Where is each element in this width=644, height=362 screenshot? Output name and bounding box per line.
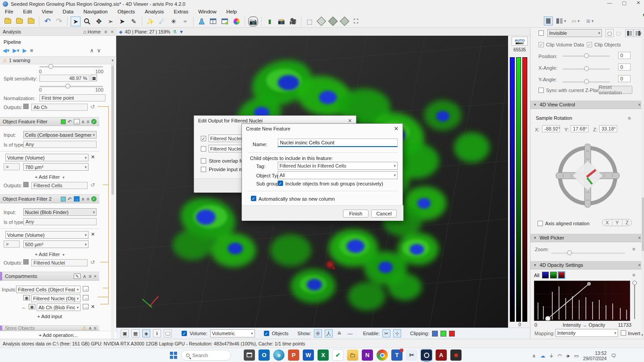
opacity-vslider-knob[interactable] [632, 281, 637, 285]
add-input-button[interactable]: + Add input [0, 314, 99, 319]
normalization-field[interactable]: First time point [39, 94, 106, 101]
filter1-output-field[interactable]: Filtered Cells [31, 182, 88, 189]
mapping-combo[interactable]: Intensity▾ [555, 329, 618, 337]
compartments-input1-combo[interactable]: Filtered Cells (Object Feature Fil...▾ [16, 286, 80, 293]
menu-objects[interactable]: Objects [113, 9, 140, 14]
taskbar-search[interactable] [181, 350, 231, 361]
clipping-blue-swatch[interactable] [432, 331, 438, 337]
compartments-input3-export-icon[interactable]: → [83, 304, 89, 309]
filter2-export-icon[interactable]: → [74, 196, 80, 202]
red-channel-bar[interactable] [522, 57, 527, 322]
chrome-icon[interactable] [377, 349, 388, 361]
close-document-button[interactable]: ✕ [26, 17, 36, 26]
layout-split-button[interactable]: ▾ [555, 17, 567, 25]
select-tool-button[interactable]: ➤ [117, 17, 127, 26]
clip-box-button[interactable]: ▢ [606, 29, 614, 37]
opacity-vertical-slider[interactable] [632, 281, 637, 321]
table-add-button[interactable] [208, 17, 218, 26]
file-explorer-icon[interactable]: 🗀 [347, 349, 358, 361]
menu-help[interactable]: Help [221, 9, 242, 14]
well-picker-menu-icon[interactable]: ≡ [632, 246, 635, 252]
filter2-collapse-icon[interactable]: ∧ [81, 196, 85, 202]
filter1-header[interactable]: Object Feature Filter ↶ → ∧ ≡ ✓ [0, 117, 99, 126]
presentation-button[interactable]: 🖵 [164, 329, 172, 337]
panel-scrollbar[interactable] [111, 64, 114, 339]
menu-window[interactable]: Window [193, 9, 221, 14]
add-operation-button[interactable]: + Add operation... [0, 331, 116, 339]
panel-close-icon[interactable]: × [111, 29, 114, 34]
menu-data[interactable]: Data [58, 9, 78, 14]
filter2-output-field[interactable]: Filtered Nuclei [31, 259, 88, 266]
reset-orientation-button[interactable]: Reset orientation [598, 86, 632, 94]
show-scalebar-button[interactable]: ≞ [335, 329, 343, 337]
stop-pipeline-button[interactable]: ■ [30, 47, 33, 54]
filter2-add-filter-button[interactable]: + Add Filter ▾ [0, 252, 99, 257]
clip-box2-button[interactable]: ▢ [614, 29, 623, 37]
analysis-overlay-icon[interactable]: ⚗ [173, 29, 177, 34]
save-document-button[interactable]: ▪ [14, 17, 24, 26]
sample-rotation-menu-icon[interactable]: ≡ [628, 115, 631, 121]
snipping-tool-icon[interactable]: ✂ [406, 349, 417, 361]
x-angle-value[interactable]: 0 [618, 63, 631, 71]
layout-single-button[interactable] [544, 17, 553, 25]
show-trackball-button[interactable]: 🕀 [314, 329, 322, 337]
menu-edit[interactable]: Edit [18, 9, 37, 14]
filter2-remove-icon[interactable]: ✕ [91, 232, 95, 237]
bookmark-button[interactable]: ▮ [265, 17, 275, 26]
menu-file[interactable]: File [0, 9, 18, 14]
table-edit-button[interactable] [220, 17, 230, 26]
flask-button[interactable] [197, 17, 207, 26]
bounding-box-button[interactable]: ⬚ [305, 17, 314, 26]
split-sensitivity-slider[interactable] [39, 86, 103, 87]
warning-bar[interactable]: ⚠ 1 warning ▾ [0, 56, 116, 64]
compartments-menu-icon[interactable]: ≡ [89, 274, 91, 279]
rz-value[interactable]: 33.18° [599, 125, 617, 132]
teams-icon[interactable]: T [391, 349, 402, 361]
compartments-input2-mode-icon[interactable]: ◉ [23, 295, 30, 300]
clip-volume-checkbox[interactable]: ✓ [538, 42, 544, 47]
filter1-operator-field[interactable]: > [4, 163, 20, 170]
edge-icon[interactable]: e [273, 349, 284, 361]
pointer-tool-button[interactable]: ➤ [71, 17, 80, 26]
compartments-close-icon[interactable]: × [94, 274, 97, 279]
sub-groups-checkbox[interactable]: ✓ [278, 181, 283, 186]
onedrive-icon[interactable]: ☁ [540, 353, 545, 359]
acrobat-icon[interactable]: A [436, 349, 447, 361]
notification-icon[interactable]: 🗨 [611, 353, 616, 358]
opacity-histogram[interactable] [534, 281, 630, 321]
warning-expand-icon[interactable]: ▾ [111, 58, 114, 63]
filter2-output-reset-icon[interactable]: ↺ [90, 259, 95, 265]
axis-x-button[interactable]: X [602, 219, 612, 226]
feature-name-input[interactable] [278, 139, 398, 147]
filter1-output-swatch[interactable] [23, 182, 29, 187]
filter2-output-swatch[interactable] [23, 259, 29, 265]
opacity-settings-close-icon[interactable]: × [638, 262, 641, 268]
channel-green-swatch[interactable] [550, 272, 557, 278]
filter2-value-combo[interactable]: 500 µm³▾ [23, 240, 89, 248]
start-button[interactable] [170, 352, 177, 359]
clipping-green-swatch[interactable] [441, 331, 446, 337]
compartments-input1-export-icon[interactable]: → [83, 286, 89, 291]
antivirus-icon[interactable]: ✔ [332, 349, 343, 361]
finish-button[interactable]: Finish [343, 210, 369, 218]
invert-checkbox[interactable] [621, 330, 626, 336]
filter1-add-filter-button[interactable]: + Add Filter ▾ [0, 174, 99, 180]
filter-icon[interactable]: ▼ [179, 29, 183, 34]
compartments-header[interactable]: Compartments ✎ ∧ ≡ × [0, 272, 99, 281]
sync-zplane-checkbox[interactable] [538, 88, 544, 93]
grid-view-button[interactable]: ▦ [131, 329, 140, 337]
cancel-button[interactable]: Cancel [371, 210, 397, 218]
filter2-type-field[interactable]: Any [23, 218, 97, 225]
zoom-tool-button[interactable] [82, 17, 92, 26]
compartments-collapse-icon[interactable]: ∧ [83, 274, 86, 279]
axis-aligned-checkbox[interactable] [538, 221, 543, 226]
clip-objects-checkbox[interactable]: ✓ [587, 42, 592, 47]
filter2-operator-field[interactable]: > [4, 240, 20, 248]
show-ruler-button[interactable]: — [346, 329, 354, 337]
filter1-remove-icon[interactable]: ✕ [91, 154, 95, 160]
rx-value[interactable]: -88.92° [542, 125, 560, 132]
arivis-app-icon[interactable] [421, 349, 432, 361]
layout-grid-button[interactable]: ⊞▾ [584, 17, 596, 25]
compartments-input3-mode-icon[interactable]: ◉ [29, 304, 35, 309]
output-color-swatch[interactable] [23, 104, 29, 109]
